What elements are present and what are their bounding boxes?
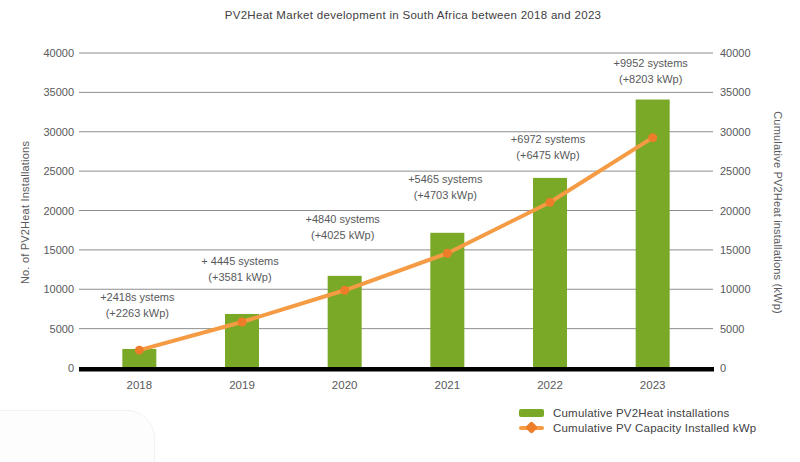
annotation-kwp-2019: (+3581 kWp) xyxy=(208,271,271,283)
legend-label-capacity: Cumulative PV Capacity Installed kWp xyxy=(553,422,756,434)
y-axis-right-tick-40000: 40000 xyxy=(720,47,751,59)
bar-swatch-icon xyxy=(519,409,544,417)
y-axis-left-tick-20000: 20000 xyxy=(43,205,74,217)
annotation-systems-2022: +6972 systems xyxy=(511,133,586,145)
y-axis-left-tick-30000: 30000 xyxy=(43,126,74,138)
x-axis-baseline xyxy=(79,367,714,372)
y-axis-right-tick-5000: 5000 xyxy=(720,323,744,335)
annotation-kwp-2023: (+8203 kWp) xyxy=(619,73,682,85)
legend-label-installations: Cumulative PV2Heat installations xyxy=(553,407,729,419)
legend-item-installations: Cumulative PV2Heat installations xyxy=(519,407,756,418)
y-axis-left-tick-35000: 35000 xyxy=(43,86,74,98)
y-axis-left-tick-5000: 5000 xyxy=(50,323,74,335)
x-axis-label-2018: 2018 xyxy=(127,379,153,391)
y-axis-right-tick-15000: 15000 xyxy=(720,244,751,256)
y-axis-left-tick-40000: 40000 xyxy=(43,47,74,59)
y-axis-right-tick-30000: 30000 xyxy=(720,126,751,138)
background-watermark-shape xyxy=(0,410,155,462)
legend-item-capacity: Cumulative PV Capacity Installed kWp xyxy=(519,422,756,433)
annotation-kwp-2022: (+6475 kWp) xyxy=(516,149,579,161)
y-axis-right-tick-35000: 35000 xyxy=(720,86,751,98)
y-axis-right-tick-25000: 25000 xyxy=(720,165,751,177)
x-axis-label-2023: 2023 xyxy=(640,379,666,391)
annotation-kwp-2021: (+4703 kWp) xyxy=(414,189,477,201)
capacity-marker-2020 xyxy=(340,286,349,295)
x-axis-label-2021: 2021 xyxy=(435,379,461,391)
annotation-systems-2020: +4840 systems xyxy=(306,213,381,225)
chart-legend: Cumulative PV2Heat installations Cumulat… xyxy=(519,407,756,433)
capacity-marker-2023 xyxy=(648,133,657,142)
y-axis-left-tick-15000: 15000 xyxy=(43,244,74,256)
capacity-marker-2018 xyxy=(135,346,144,355)
x-axis-label-2020: 2020 xyxy=(332,379,358,391)
y-axis-right-tick-20000: 20000 xyxy=(720,205,751,217)
annotation-systems-2018: +2418s ystems xyxy=(100,291,175,303)
diamond-marker-icon xyxy=(525,421,538,434)
annotation-kwp-2018: (+2263 kWp) xyxy=(106,307,169,319)
line-diamond-swatch-icon xyxy=(519,426,544,430)
capacity-marker-2021 xyxy=(443,249,452,258)
annotation-systems-2021: +5465 systems xyxy=(408,173,483,185)
annotation-systems-2019: + 4445 systems xyxy=(201,255,279,267)
x-axis-label-2019: 2019 xyxy=(229,379,255,391)
annotation-systems-2023: +9952 systems xyxy=(614,57,689,69)
capacity-marker-2022 xyxy=(546,198,555,207)
capacity-marker-2019 xyxy=(238,317,247,326)
y-axis-left-tick-0: 0 xyxy=(68,362,74,374)
y-axis-right-tick-10000: 10000 xyxy=(720,283,751,295)
capacity-line xyxy=(139,138,652,351)
x-axis-label-2022: 2022 xyxy=(537,379,563,391)
annotation-kwp-2020: (+4025 kWp) xyxy=(311,229,374,241)
chart-canvas: PV2Heat Market development in South Afri… xyxy=(0,0,800,462)
y-axis-left-tick-25000: 25000 xyxy=(43,165,74,177)
combo-chart: 0050005000100001000015000150002000020000… xyxy=(0,0,800,462)
y-axis-left-tick-10000: 10000 xyxy=(43,283,74,295)
y-axis-right-tick-0: 0 xyxy=(720,362,726,374)
